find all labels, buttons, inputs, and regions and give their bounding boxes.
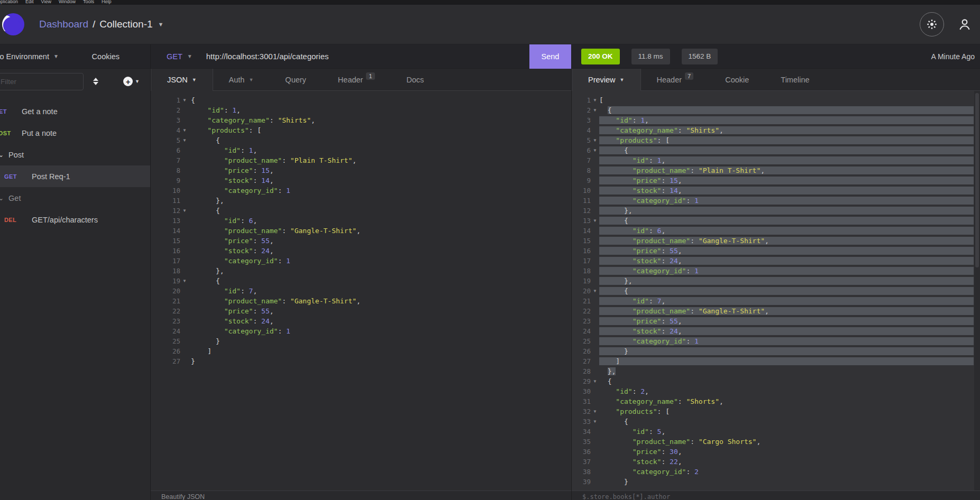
fold-caret-icon[interactable]: ▼ (180, 138, 189, 143)
sidebar-request-item[interactable]: GETPost Req-1 (0, 165, 150, 187)
code-token: : (224, 106, 233, 114)
sidebar-request-item[interactable]: DELGET/api/characters (0, 209, 150, 230)
line-number: 8 (572, 166, 591, 174)
tab-request-docs[interactable]: Docs (391, 69, 440, 90)
url-input[interactable]: http://localhost:3001/api/categories (206, 52, 329, 61)
code-token: 1 (640, 116, 645, 124)
send-button[interactable]: Send (529, 44, 571, 69)
code-line: 5▼ { (151, 135, 571, 145)
insomnia-window: ApplicationEditViewWindowToolsHelp Dashb… (0, 0, 980, 500)
account-button[interactable] (952, 12, 977, 36)
tab-response-cookie[interactable]: Cookie (709, 69, 765, 90)
menu-item[interactable]: Edit (25, 0, 34, 4)
tab-response-header[interactable]: Header7 (641, 69, 710, 90)
add-request-button[interactable]: + ▼ (123, 77, 140, 86)
tab-request-json[interactable]: JSON▼ (151, 69, 213, 91)
code-line-content: "stock": 24, (599, 327, 974, 335)
code-token: "category_id" (633, 337, 686, 345)
fold-caret-icon[interactable]: ▼ (591, 289, 599, 293)
code-token: "id" (224, 146, 241, 154)
breadcrumb-dashboard-link[interactable]: Dashboard (39, 18, 88, 30)
sidebar-request-item[interactable]: GETGet a note (0, 100, 150, 122)
request-footer: Beautify JSON (151, 490, 571, 500)
insomnia-logo-icon[interactable] (2, 13, 24, 35)
code-token: , (645, 116, 649, 124)
fold-caret-icon[interactable]: ▼ (180, 98, 189, 103)
code-token: "stock" (633, 458, 662, 466)
response-preview-editor[interactable]: 1▼[2▼ {3 "id": 1,4 "category_name": "Shi… (572, 91, 980, 490)
method-select[interactable]: GET ▼ (167, 52, 193, 61)
fold-caret-icon[interactable]: ▼ (180, 128, 189, 133)
menu-item[interactable]: View (41, 0, 51, 4)
tab-response-timeline[interactable]: Timeline (765, 69, 825, 90)
code-line: 19 }, (572, 276, 980, 286)
code-token: 55 (670, 317, 678, 325)
code-token: , (756, 438, 761, 446)
tab-request-header[interactable]: Header1 (322, 69, 391, 90)
fold-caret-icon[interactable]: ▼ (591, 409, 599, 414)
beautify-json-button[interactable]: Beautify JSON (161, 493, 205, 500)
request-label: Post Req-1 (32, 172, 70, 181)
line-number: 37 (572, 458, 591, 466)
fold-caret-icon[interactable]: ▼ (591, 379, 599, 384)
tab-request-auth[interactable]: Auth▼ (213, 69, 270, 90)
code-line: 18 "category_id": 1 (572, 266, 980, 276)
line-number: 13 (572, 217, 591, 225)
code-token: 1 (694, 197, 699, 205)
response-filter-input[interactable] (582, 493, 794, 500)
tab-request-query[interactable]: Query (269, 69, 322, 90)
menu-item[interactable]: Window (59, 0, 76, 4)
code-token: 1 (286, 257, 290, 265)
fold-caret-icon[interactable]: ▼ (591, 138, 599, 143)
fold-caret-icon[interactable]: ▼ (591, 98, 599, 103)
filter-input[interactable] (0, 73, 84, 90)
fold-caret-icon[interactable]: ▼ (591, 148, 599, 153)
code-token: "id" (633, 297, 649, 305)
code-token: "product_name" (633, 166, 691, 174)
fold-caret-icon[interactable]: ▼ (591, 108, 599, 113)
fold-caret-icon[interactable]: ▼ (591, 218, 599, 223)
sort-icon[interactable] (93, 78, 98, 85)
cookies-button[interactable]: Cookies (92, 52, 120, 61)
environment-selector[interactable]: No Environment ▼ (0, 52, 59, 61)
collection-dropdown-caret-icon[interactable]: ▼ (158, 21, 164, 27)
code-token: "stock" (224, 247, 253, 255)
response-footer (572, 490, 980, 500)
sidebar-folder-get[interactable]: ⌄Get (0, 187, 150, 209)
tab-caret-icon: ▼ (192, 77, 197, 82)
request-body-editor[interactable]: 1▼{2 "id": 1,3 "category_name": "Shirts"… (151, 91, 571, 490)
menu-item[interactable]: Tools (83, 0, 94, 4)
code-line: 27 ] (572, 356, 980, 366)
code-token: { (216, 136, 220, 144)
request-pane: GET ▼ http://localhost:3001/api/categori… (151, 44, 572, 500)
tab-response-preview[interactable]: Preview▼ (572, 69, 641, 91)
code-token: : (241, 287, 249, 295)
code-line-content: "products": [ (191, 126, 571, 134)
code-token: , (661, 297, 665, 305)
response-scrollbar[interactable] (974, 91, 980, 490)
code-token: , (356, 227, 361, 235)
sidebar-folder-post[interactable]: ⌄Post (0, 144, 150, 165)
code-token: , (678, 247, 682, 255)
fold-caret-icon[interactable]: ▼ (180, 279, 189, 283)
code-token: "Plain T-Shirt" (699, 166, 761, 174)
code-line-content: "stock": 22, (599, 458, 974, 466)
settings-gear-button[interactable] (920, 12, 944, 36)
response-age[interactable]: A Minute Ago (931, 52, 975, 61)
fold-caret-icon[interactable]: ▼ (180, 208, 189, 213)
code-line: 4▼ "products": [ (151, 125, 571, 135)
code-token: : (282, 297, 290, 305)
menu-item[interactable]: Application (0, 0, 18, 4)
scrollbar-thumb[interactable] (975, 93, 979, 267)
line-number: 2 (151, 106, 180, 114)
code-token: , (678, 458, 682, 466)
code-line-content: "stock": 14, (599, 187, 974, 195)
code-token: 30 (670, 448, 678, 456)
sidebar-request-item[interactable]: POSTPut a note (0, 122, 150, 144)
code-token: { (624, 287, 628, 295)
code-line: 8 "price": 15, (151, 165, 571, 175)
breadcrumb-collection[interactable]: Collection-1 (99, 18, 152, 30)
fold-caret-icon[interactable]: ▼ (591, 419, 599, 424)
menu-item[interactable]: Help (102, 0, 112, 4)
line-number: 1 (572, 96, 591, 104)
